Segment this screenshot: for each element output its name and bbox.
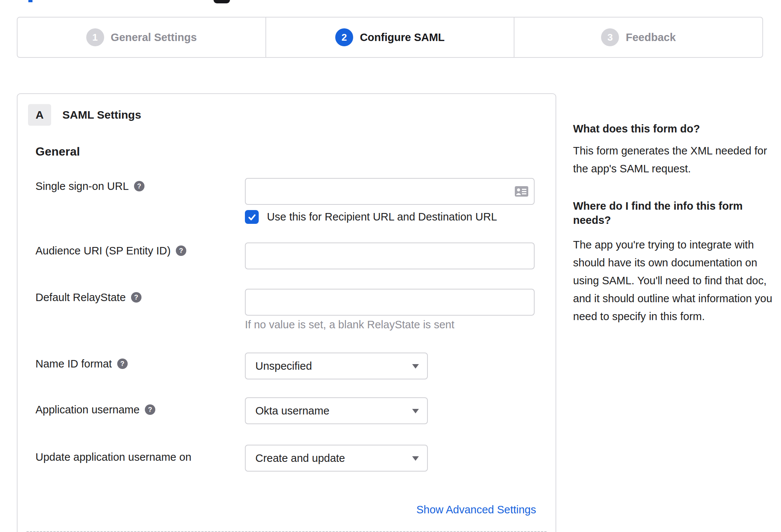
saml-wizard-screen: 1 General Settings 2 Configure SAML 3 Fe…: [0, 0, 781, 532]
update-username-value: Create and update: [246, 452, 345, 464]
relay-state-hint: If no value is set, a blank RelayState i…: [245, 319, 454, 331]
step-2-circle: 2: [335, 28, 353, 46]
audience-uri-label-row: Audience URI (SP Entity ID) ?: [35, 244, 186, 257]
general-section-heading: General: [35, 145, 80, 159]
update-username-label: Update application username on: [35, 451, 192, 463]
application-username-help-icon[interactable]: ?: [145, 404, 155, 415]
recipient-url-checkbox[interactable]: [245, 210, 259, 224]
section-a-badge: A: [28, 104, 51, 126]
step-2-label: Configure SAML: [360, 31, 445, 44]
recipient-url-checkbox-label: Use this for Recipient URL and Destinati…: [267, 211, 497, 223]
contact-card-icon: [515, 186, 528, 197]
audience-uri-input[interactable]: [245, 242, 535, 269]
sso-url-label-row: Single sign-on URL ?: [35, 179, 144, 193]
caret-down-icon: [412, 456, 419, 461]
step-general-settings[interactable]: 1 General Settings: [18, 18, 265, 57]
caret-down-icon: [412, 364, 419, 369]
help-glyph: ?: [134, 294, 138, 301]
relay-state-input[interactable]: [245, 289, 535, 316]
update-username-label-row: Update application username on: [35, 450, 192, 464]
sidebar-answer-1: This form generates the XML needed for t…: [573, 142, 777, 178]
caret-down-icon: [412, 409, 419, 413]
help-glyph: ?: [137, 183, 141, 190]
name-id-format-value: Unspecified: [246, 360, 312, 372]
relay-state-label: Default RelayState: [35, 291, 126, 304]
audience-uri-help-icon[interactable]: ?: [176, 245, 186, 256]
name-id-format-select[interactable]: Unspecified: [245, 353, 428, 379]
checkmark-icon: [247, 212, 257, 222]
application-username-select[interactable]: Okta username: [245, 397, 428, 424]
step-2-number: 2: [342, 32, 347, 43]
sidebar-answer-2: The app you're trying to integrate with …: [573, 236, 777, 325]
name-id-format-label-row: Name ID format ?: [35, 357, 128, 370]
application-username-label-row: Application username ?: [35, 403, 155, 416]
panel-title: SAML Settings: [62, 104, 141, 126]
update-username-select[interactable]: Create and update: [245, 445, 428, 472]
audience-uri-label: Audience URI (SP Entity ID): [35, 245, 171, 257]
help-glyph: ?: [148, 406, 152, 413]
sso-url-help-icon[interactable]: ?: [134, 181, 144, 191]
step-1-number: 1: [92, 32, 97, 43]
sso-url-label: Single sign-on URL: [35, 180, 129, 193]
relay-state-label-row: Default RelayState ?: [35, 291, 141, 304]
name-id-format-label: Name ID format: [35, 358, 112, 370]
step-1-label: General Settings: [111, 31, 197, 44]
step-1-circle: 1: [86, 28, 104, 46]
step-configure-saml[interactable]: 2 Configure SAML: [265, 18, 514, 57]
sso-url-input[interactable]: [245, 178, 535, 205]
show-advanced-settings-link[interactable]: Show Advanced Settings: [416, 504, 536, 516]
help-sidebar: What does this form do? This form genera…: [573, 0, 777, 532]
cropped-blue-fragment: [28, 0, 32, 2]
sidebar-question-1: What does this form do?: [573, 122, 700, 136]
application-username-label: Application username: [35, 404, 140, 416]
name-id-format-help-icon[interactable]: ?: [117, 359, 128, 369]
help-glyph: ?: [120, 360, 124, 367]
application-username-value: Okta username: [246, 405, 329, 417]
cropped-app-logo-fragment: [214, 0, 230, 3]
relay-state-help-icon[interactable]: ?: [131, 292, 141, 303]
help-glyph: ?: [179, 247, 183, 254]
sidebar-question-2: Where do I find the info this form needs…: [573, 199, 777, 227]
recipient-url-checkbox-row: Use this for Recipient URL and Destinati…: [245, 210, 497, 224]
saml-settings-panel: A SAML Settings General Single sign-on U…: [17, 93, 556, 532]
